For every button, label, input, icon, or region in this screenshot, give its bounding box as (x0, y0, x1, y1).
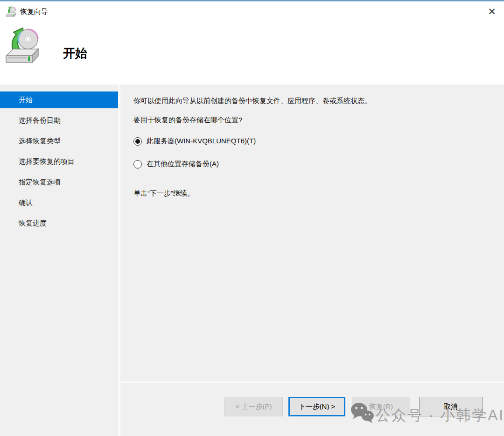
radio-option-this-server[interactable]: 此服务器(WIN-KVQBLUNEQT6)(T) (133, 137, 493, 146)
question-text: 要用于恢复的备份存储在哪个位置? (133, 116, 493, 125)
sidebar-item-getting-started: 开始 (0, 91, 118, 108)
intro-text: 你可以使用此向导从以前创建的备份中恢复文件、应用程序、卷或系统状态。 (133, 97, 493, 105)
close-icon[interactable]: ✕ (483, 2, 501, 21)
note-text: 单击“下一步”继续。 (133, 189, 493, 198)
sidebar-item-select-backup-date: 选择备份日期 (0, 112, 118, 129)
recovery-disk-icon (6, 6, 17, 18)
next-button[interactable]: 下一步(N) > (288, 397, 345, 416)
button-bar: < 上一步(P) 下一步(N) > 恢复(R) 取消 (120, 383, 504, 436)
recovery-wizard-window: 恢复向导 ✕ 开始 开始 选择备份日期 选择恢复类型 选择要恢复的项目 指定恢复… (0, 0, 504, 436)
sidebar-item-select-recovery-type: 选择恢复类型 (0, 133, 118, 149)
wizard-header: 开始 (0, 22, 504, 84)
main-panel: 你可以使用此向导从以前创建的备份中恢复文件、应用程序、卷或系统状态。 要用于恢复… (120, 84, 504, 436)
sidebar-item-confirmation: 确认 (0, 194, 118, 211)
recovery-disk-icon-large (4, 26, 41, 66)
radio-icon-selected[interactable] (133, 137, 142, 146)
sidebar-item-recovery-progress: 恢复进度 (0, 215, 118, 232)
page-title: 开始 (63, 45, 87, 62)
cancel-button[interactable]: 取消 (419, 397, 483, 416)
radio-label-this-server: 此服务器(WIN-KVQBLUNEQT6)(T) (147, 137, 256, 146)
page-content: 你可以使用此向导从以前创建的备份中恢复文件、应用程序、卷或系统状态。 要用于恢复… (120, 84, 504, 381)
radio-label-other-location: 在其他位置存储备份(A) (147, 160, 219, 169)
back-button[interactable]: < 上一步(P) (224, 397, 283, 416)
radio-option-other-location[interactable]: 在其他位置存储备份(A) (133, 160, 493, 169)
window-title: 恢复向导 (20, 7, 48, 16)
sidebar-item-select-items-to-recover: 选择要恢复的项目 (0, 153, 118, 170)
wizard-body: 开始 选择备份日期 选择恢复类型 选择要恢复的项目 指定恢复选项 确认 恢复进度… (0, 84, 504, 436)
titlebar: 恢复向导 ✕ (0, 1, 504, 22)
wizard-steps-sidebar: 开始 选择备份日期 选择恢复类型 选择要恢复的项目 指定恢复选项 确认 恢复进度 (0, 84, 118, 436)
sidebar-item-specify-recovery-options: 指定恢复选项 (0, 174, 118, 190)
radio-icon-unselected[interactable] (133, 160, 142, 169)
recover-button[interactable]: 恢复(R) (352, 397, 410, 416)
